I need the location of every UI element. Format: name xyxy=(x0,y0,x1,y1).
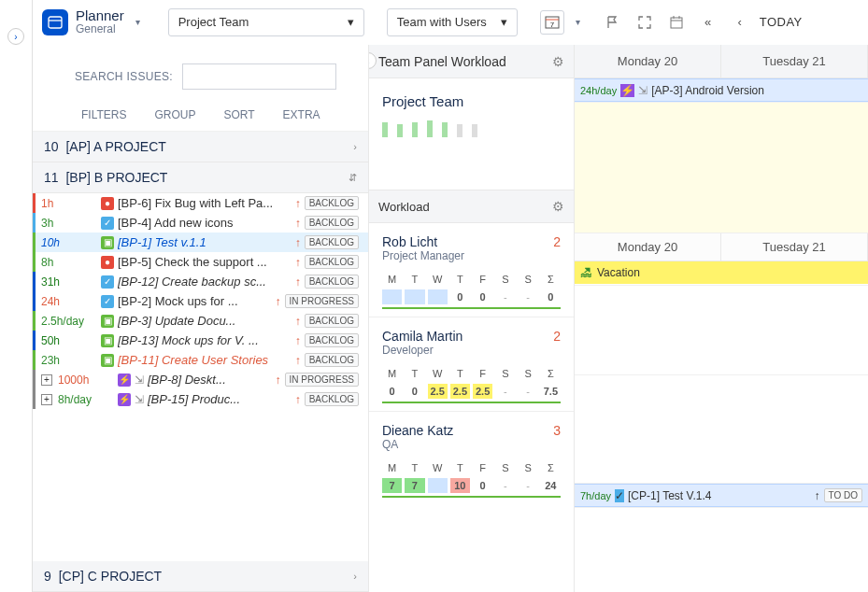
project-name: [AP] A PROJECT xyxy=(65,139,165,154)
status-badge[interactable]: BACKLOG xyxy=(305,196,359,210)
gear-icon[interactable]: ⚙ xyxy=(552,54,564,69)
filters-button[interactable]: FILTERS xyxy=(81,108,126,121)
team-select[interactable]: Project Team ▾ xyxy=(168,8,364,36)
subtask-icon: ⇲ xyxy=(135,374,144,387)
project-name: [BP] B PROJECT xyxy=(65,170,167,185)
story-icon: ▣ xyxy=(101,354,114,367)
status-badge[interactable]: BACKLOG xyxy=(305,275,359,289)
calendar-icon[interactable] xyxy=(664,10,689,35)
person-block: Camila Martin2 Developer MTWTFSSΣ 002.52… xyxy=(369,317,574,412)
chevron-down-icon: ▾ xyxy=(348,15,354,29)
expand-tree-icon[interactable]: + xyxy=(41,374,52,386)
issue-row[interactable]: 50h▣[BP-13] Mock ups for V. ...↑BACKLOG xyxy=(33,331,368,350)
subtask-icon: ⇲ xyxy=(638,84,647,97)
status-badge[interactable]: BACKLOG xyxy=(305,255,359,269)
issue-row[interactable]: 1h●[BP-6] Fix Bug with Left Pa...↑BACKLO… xyxy=(33,193,368,213)
status-badge[interactable]: IN PROGRESS xyxy=(285,373,359,387)
issue-title: [BP-1] Test v.1.1 xyxy=(118,235,292,249)
search-label: SEARCH ISSUES: xyxy=(75,70,173,83)
priority-icon: ↑ xyxy=(295,275,301,289)
issue-row[interactable]: 8h●[BP-5] Check the support ...↑BACKLOG xyxy=(33,252,368,272)
issue-hours: 24h xyxy=(41,295,97,308)
calendar-dropdown-icon[interactable]: ▾ xyxy=(576,17,580,27)
event-bar[interactable]: 🏖 Vacation xyxy=(575,261,868,284)
app-title: Planner xyxy=(76,8,124,24)
team-select-value: Project Team xyxy=(178,15,249,29)
app-header: Planner General ▾ Project Team ▾ Team wi… xyxy=(33,0,868,45)
issue-row[interactable]: 24h✓[BP-2] Mock ups for ...↑IN PROGRESS xyxy=(33,291,368,311)
story-icon: ▣ xyxy=(101,236,114,249)
issue-row[interactable]: +8h/day⚡⇲[BP-15] Produc...↑BACKLOG xyxy=(33,389,368,409)
nav-first-icon[interactable]: « xyxy=(696,10,720,35)
issue-title: [BP-15] Produc... xyxy=(148,392,292,406)
calendar-day-icon[interactable]: 7 xyxy=(540,10,564,35)
event-hours: 24h/day xyxy=(580,85,617,96)
issue-row[interactable]: 3h✓[BP-4] Add new icons↑BACKLOG xyxy=(33,213,368,233)
issue-title: [BP-2] Mock ups for ... xyxy=(118,294,272,308)
project-name: [CP] C PROJECT xyxy=(59,569,162,584)
group-button[interactable]: GROUP xyxy=(154,108,195,121)
task-icon: ✓ xyxy=(101,217,114,230)
svg-text:7: 7 xyxy=(549,21,554,29)
event-bar[interactable]: 7h/day ✓ [CP-1] Test V.1.4 ↑ TO DO xyxy=(575,484,868,507)
issue-title: [BP-4] Add new icons xyxy=(118,216,292,230)
flag-icon[interactable] xyxy=(601,10,625,35)
project-c-header[interactable]: 9 [CP] C PROJECT › xyxy=(33,561,368,592)
person-role: Developer xyxy=(382,344,561,357)
person-role: QA xyxy=(382,438,561,451)
bug-icon: ● xyxy=(101,256,114,269)
issue-title: [BP-5] Check the support ... xyxy=(118,255,292,269)
status-badge[interactable]: BACKLOG xyxy=(305,353,359,367)
sort-button[interactable]: SORT xyxy=(223,108,254,121)
status-badge[interactable]: BACKLOG xyxy=(305,216,359,230)
app-dropdown-icon[interactable]: ▾ xyxy=(135,17,140,27)
project-count: 10 xyxy=(44,139,59,154)
timeline-cell[interactable] xyxy=(575,375,868,484)
view-select[interactable]: Team with Users ▾ xyxy=(387,8,518,36)
task-icon: ✓ xyxy=(101,275,114,289)
workload-grid: MTWTFSSΣ 002.52.52.5--7.5 xyxy=(382,366,561,403)
priority-icon: ↑ xyxy=(295,393,301,406)
vacation-icon: 🏖 xyxy=(580,266,591,279)
left-rail: › xyxy=(0,0,33,592)
nav-prev-icon[interactable]: ‹ xyxy=(728,10,752,35)
issue-hours: 23h xyxy=(41,354,97,367)
event-bar[interactable]: 24h/day ⚡ ⇲ [AP-3] Android Version xyxy=(575,78,868,102)
workload-grid: MTWTFSSΣ 77 100--24 xyxy=(382,460,561,498)
task-icon: ✓ xyxy=(615,489,624,502)
gear-icon[interactable]: ⚙ xyxy=(552,199,564,214)
status-badge[interactable]: BACKLOG xyxy=(305,333,359,347)
story-icon: ▣ xyxy=(101,315,114,328)
svg-rect-0 xyxy=(49,17,62,28)
issue-row[interactable]: +1000h⚡⇲[BP-8] Deskt...↑IN PROGRESS xyxy=(33,370,368,389)
extra-button[interactable]: EXTRA xyxy=(283,108,320,121)
search-input[interactable] xyxy=(182,63,336,90)
status-badge[interactable]: BACKLOG xyxy=(305,314,359,328)
person-name: Camila Martin xyxy=(382,329,462,344)
priority-icon: ↑ xyxy=(276,374,281,387)
rail-expand-icon[interactable]: › xyxy=(7,28,24,45)
team-bars xyxy=(382,119,561,137)
status-badge[interactable]: BACKLOG xyxy=(305,392,359,406)
issue-row[interactable]: 23h▣[BP-11] Create User Stories↑BACKLOG xyxy=(33,350,368,370)
issue-row[interactable]: 10h▣[BP-1] Test v.1.1↑BACKLOG xyxy=(33,233,368,252)
day-header: Monday 20 xyxy=(575,233,721,261)
expand-tree-icon[interactable]: + xyxy=(41,394,52,405)
project-a-header[interactable]: 10 [AP] A PROJECT › xyxy=(33,132,368,162)
timeline-cell[interactable] xyxy=(575,103,868,233)
project-count: 9 xyxy=(44,569,51,584)
today-button[interactable]: TODAY xyxy=(760,15,803,29)
project-b-header[interactable]: 11 [BP] B PROJECT ⇵ xyxy=(33,162,368,193)
priority-icon: ↑ xyxy=(295,236,301,249)
timeline-cell[interactable] xyxy=(575,286,868,375)
chevron-down-icon: ▾ xyxy=(501,15,507,29)
issue-row[interactable]: 31h✓[BP-12] Create backup sc...↑BACKLOG xyxy=(33,272,368,291)
issue-row[interactable]: 2.5h/day▣[BP-3] Update Docu...↑BACKLOG xyxy=(33,311,368,331)
workload-title: Workload xyxy=(378,200,430,214)
story-icon: ▣ xyxy=(101,334,114,347)
app-logo-icon[interactable] xyxy=(42,9,68,35)
status-badge[interactable]: BACKLOG xyxy=(305,235,359,249)
status-badge[interactable]: TO DO xyxy=(824,488,862,502)
expand-icon[interactable] xyxy=(633,10,657,35)
status-badge[interactable]: IN PROGRESS xyxy=(285,294,359,308)
